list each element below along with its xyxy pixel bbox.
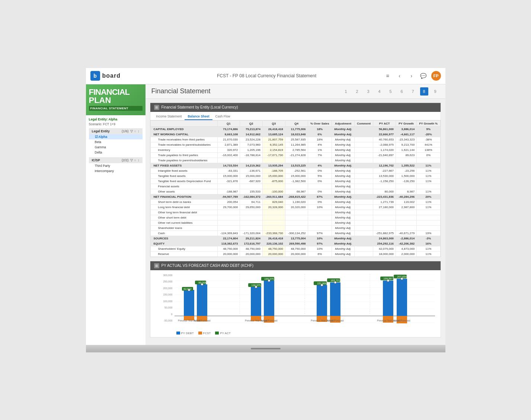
table-cell-q2: 155,533 [240,189,263,194]
table-cell-q3: 829,040 [263,199,285,204]
entity-alpha[interactable]: ☑ Alpha [89,134,143,139]
table-cell-fy-growth: 11% [417,163,440,168]
table-row-label: Cash [150,230,217,236]
forward-icon[interactable]: › [407,72,416,80]
back-icon[interactable]: ‹ [396,72,404,80]
tab-income-statement[interactable]: Income Statement [153,113,185,120]
entity-gamma[interactable]: Gamma [89,145,143,150]
page-num-8[interactable]: 8 [420,87,428,96]
table-row-label: Long term financial debt [150,204,217,210]
table-row-label: EQUITY [150,241,217,246]
entity-delta[interactable]: Delta [89,150,143,155]
table-cell-q3 [263,158,285,163]
table-cell-py-growth: -40,284,296 [396,194,417,199]
menu-icon[interactable]: ≡ [384,72,392,80]
svg-text:62,012: 62,012 [183,288,192,290]
table-cell-py-act: 1,174,020 [373,147,396,152]
page-num-1[interactable]: 1 [342,87,350,96]
avatar[interactable]: FP [431,71,441,81]
page-num-5[interactable]: 5 [387,87,395,96]
table-cell-adj: Monthly Adj. [332,178,354,184]
table-cell-py-act [373,215,396,220]
scroll-bar[interactable] [251,348,281,349]
table-row-label: Inventory [150,147,217,152]
page-num-9[interactable]: 9 [431,87,439,96]
svg-point-23 [188,289,190,291]
ic-sp-intercompany[interactable]: Intercompany [89,168,143,174]
table-cell-py-growth: 119,002 [396,199,417,204]
table-cell-adj: Monthly Adj. [332,173,354,178]
table-cell-adj: Monthly Adj. [332,204,354,210]
table-cell-pct: 6% [308,132,332,137]
table-row-label: Trade payables to third parties [150,152,217,158]
svg-point-48 [334,281,336,284]
table-cell-py-act: 1,271,739 [373,199,396,204]
table-row-label: Trade receivables to parent/subsidiaries [150,142,217,147]
table-cell-fy-growth: 16% [417,241,440,246]
table-cell-py-growth: 1,500,000 [396,173,417,178]
tab-cash-flow[interactable]: Cash Flow [212,113,233,120]
table-cell-py-growth [396,158,417,163]
page-num-7[interactable]: 7 [409,87,417,96]
table-cell-q2: 1,205,196 [240,147,263,152]
logo-area: b board [90,71,150,81]
page-num-2[interactable]: 2 [353,87,361,96]
table-cell-q2: 15,000,000 [240,173,263,178]
panel-header: ⊞ Financial Statement by Entity (Local C… [150,103,441,112]
table-cell-comment [355,147,373,152]
table-cell-py-act: 12,196,702 [373,163,396,168]
table-cell-adj: Monthly Adj. [332,194,354,199]
table-cell-py-growth: -128,250 [396,178,417,184]
table-cell-fy-growth: 20% [417,194,440,199]
entity-beta[interactable]: Beta [89,139,143,145]
table-cell-adj: Monthly Adj. [332,163,354,168]
page-num-3[interactable]: 3 [364,87,372,96]
ic-sp-third-party[interactable]: Third Party [89,163,143,168]
col-header-label [150,120,217,126]
legal-entity-section-header: Legal Entity (1/6) ▽ ○ ↕ [89,128,143,134]
table-cell-q2: -171,320,004 [240,230,263,236]
page-num-6[interactable]: 6 [398,87,406,96]
table-cell-py-growth: -15,343,323 [396,137,417,142]
table-cell-pct [308,220,332,225]
table-cell-adj: Monthly Adj. [332,199,354,204]
svg-text:Actual/Forecast: Actual/Forecast [327,319,343,322]
table-cell-fy-growth: 11% [417,189,440,194]
table-cell-comment [355,204,373,210]
page-header: Financial Statement 1 2 3 4 5 6 7 8 9 [145,84,445,99]
table-cell-q1 [217,184,240,189]
table-cell-comment [355,215,373,220]
table-cell-py-growth: 1,621,144 [396,147,417,152]
page-num-4[interactable]: 4 [375,87,384,96]
table-cell-py-growth: -40,671,279 [396,230,417,236]
table-row-label: Other net current liabilities [150,220,217,225]
table-cell-q4: 11,775,006 [285,126,308,132]
table-cell-adj: Monthly Adj. [332,251,354,256]
table-cell-py-growth: 1,355,522 [396,163,417,168]
table-cell-pct: 6% [308,251,332,256]
table-row-label: Shareholder loans [150,225,217,230]
chat-icon[interactable]: 💬 [419,72,428,80]
ic-sp-section-header: IC/SP (2/2) ▽ ○ ↕ [89,157,143,163]
table-row-label: NET WORKING CAPITAL [150,132,217,137]
table-cell-comment [355,142,373,147]
table-cell-pct: 10% [308,236,332,241]
table-cell-q4: 18,023,848 [285,132,308,137]
table-cell-py-act: 80,000 [373,189,396,194]
table-cell-q3 [263,220,285,225]
table-row-label: Financial assets [150,184,217,189]
tab-balance-sheet[interactable]: Balance Sheet [185,113,212,120]
legend-label-py-debt: PY DEBT [181,332,194,335]
sidebar: FINANCIAL PLAN FINANCIAL STATEMENT Legal… [86,84,145,345]
table-cell-q1: 8,663,108 [217,132,240,137]
table-cell-q3: 48,750,000 [263,246,285,251]
table-cell-py-growth: -23,256 [396,168,417,173]
table-cell-pct: 7% [308,152,332,158]
table-cell-py-act: 42,075,000 [373,246,396,251]
table-cell-q2: -687,920 [240,178,263,184]
table-cell-q4 [285,210,308,215]
table-cell-fy-growth: 441% [417,142,440,147]
table-cell-q1: 73,174,886 [217,126,240,132]
table-cell-q3: 20,000,000 [263,251,285,256]
svg-text:Actual/Forecast: Actual/Forecast [260,319,277,322]
